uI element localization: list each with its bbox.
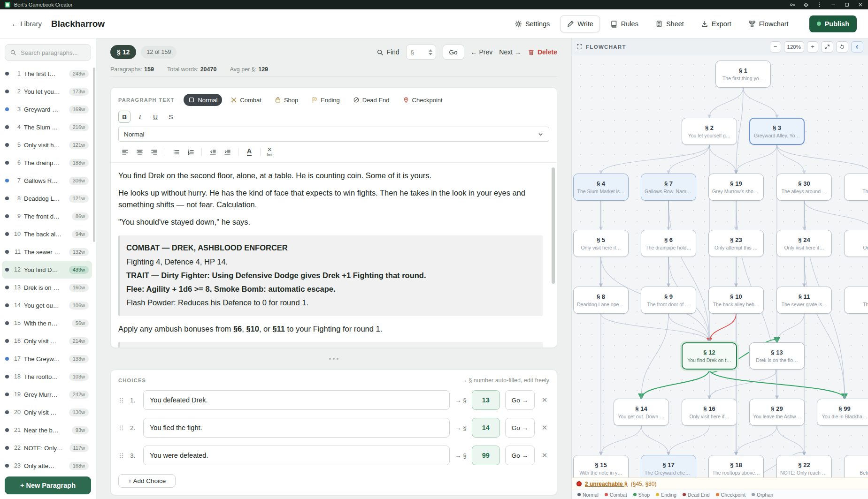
flowchart-node-23[interactable]: § 23Only attempt this … — [708, 230, 764, 257]
paragraph-list-item[interactable]: 17The Greyw…133w — [2, 350, 92, 368]
type-ending[interactable]: Ending — [307, 94, 344, 106]
paragraph-list-item[interactable]: 2You let you…173w — [2, 83, 92, 100]
choice-text-input[interactable] — [143, 446, 450, 465]
paragraph-list-item[interactable]: 23Only atte…168w — [2, 457, 92, 473]
nav-rules[interactable]: Rules — [604, 15, 645, 32]
choice-text-input[interactable] — [143, 418, 450, 438]
choice-remove-button[interactable]: ✕ — [540, 396, 549, 404]
paragraph-list-item[interactable]: 11The sewer …132w — [2, 243, 92, 261]
paragraph-list-item[interactable]: 5Only visit h…121w — [2, 136, 92, 154]
minimize-button[interactable] — [830, 2, 836, 8]
choice-target-input[interactable] — [472, 418, 500, 438]
flowchart-node-29[interactable]: § 29You leave the Ashw… — [749, 399, 805, 426]
paragraph-list-item[interactable]: 4The Slum …216w — [2, 118, 92, 136]
flowchart-node-5[interactable]: § 5Only visit here if… — [573, 230, 629, 257]
italic-button[interactable]: I — [134, 111, 146, 123]
flowchart-node-11[interactable]: § 11The sewer grate is… — [776, 287, 832, 314]
choice-go-button[interactable]: Go → — [505, 390, 535, 410]
nav-settings[interactable]: Settings — [508, 15, 556, 32]
strike-button[interactable]: S — [165, 111, 177, 123]
stepper-arrows[interactable] — [429, 49, 432, 55]
paragraph-list-item[interactable]: 16Only visit …214w — [2, 332, 92, 350]
flowchart-node-10[interactable]: § 10The back alley beh… — [708, 287, 764, 314]
flowchart-node-7[interactable]: § 7Gallows Row. Named… — [641, 174, 696, 201]
align-right-button[interactable] — [147, 146, 161, 158]
flowchart-node-1[interactable]: § 1The first thing yo… — [715, 60, 771, 88]
add-choice-button[interactable]: + Add Choice — [118, 474, 176, 488]
flowchart-node-16[interactable]: § 16Only visit here if… — [682, 399, 737, 426]
drag-handle-icon[interactable] — [118, 452, 125, 459]
flowchart-node-19[interactable]: § 19Grey Murrow's shop… — [708, 174, 764, 201]
reset-view-button[interactable] — [836, 41, 848, 53]
flowchart-node-8[interactable]: § 8Deaddog Lane opens… — [573, 287, 629, 314]
paragraph-list-item[interactable]: 9The front d…86w — [2, 207, 92, 225]
close-button[interactable] — [858, 2, 863, 8]
choice-text-input[interactable] — [143, 390, 450, 410]
collapse-panel-button[interactable] — [851, 41, 863, 53]
choice-target-input[interactable] — [472, 446, 500, 465]
flowchart-canvas[interactable]: § 1The first thing yo…§ 2You let yoursel… — [572, 55, 868, 477]
paragraph-list-item[interactable]: 7Gallows R…306w — [2, 172, 92, 189]
next-button[interactable]: Next → — [499, 48, 521, 56]
flowchart-node-30[interactable]: § 30The alleys around … — [776, 174, 832, 201]
flowchart-node-3[interactable]: § 3Greyward Alley. Yo… — [749, 118, 805, 145]
flowchart-node-p2[interactable]: §Only vis — [844, 230, 868, 257]
paragraph-list-item[interactable]: 15With the n…56w — [2, 314, 92, 332]
paragraph-list-item[interactable]: 20Only visit …130w — [2, 403, 92, 421]
underline-button[interactable]: U — [149, 111, 161, 123]
choice-go-button[interactable]: Go → — [505, 446, 535, 465]
new-paragraph-button[interactable]: + New Paragraph — [5, 476, 91, 494]
flowchart-node-14[interactable]: § 14You get out. Down … — [614, 399, 669, 426]
zoom-in-button[interactable]: + — [807, 41, 818, 53]
maximize-button[interactable] — [844, 2, 850, 8]
bullet-list-button[interactable] — [169, 146, 183, 158]
flowchart-node-15[interactable]: § 15With the note in y… — [573, 455, 629, 477]
type-dead-end[interactable]: Dead End — [348, 94, 394, 106]
flowchart-node-99[interactable]: § 99You die in Blackha… — [817, 399, 868, 426]
bold-button[interactable]: B — [118, 111, 131, 123]
paragraph-list-item[interactable]: 19Grey Murr…242w — [2, 386, 92, 403]
flowchart-node-p1[interactable]: §There ar — [844, 174, 868, 201]
delete-button[interactable]: Delete — [528, 48, 557, 56]
drag-handle-icon[interactable] — [118, 424, 125, 431]
zoom-level[interactable]: 120% — [784, 41, 804, 53]
back-to-library-link[interactable]: ← Library — [11, 20, 42, 28]
flowchart-node-13[interactable]: § 13Drek is on the flo… — [749, 342, 805, 370]
type-normal[interactable]: Normal — [184, 94, 222, 106]
sidebar-scrollbar[interactable] — [93, 68, 95, 242]
type-checkpoint[interactable]: Checkpoint — [398, 94, 447, 106]
editor-scrollbar[interactable] — [552, 167, 555, 284]
paragraph-list-item[interactable]: 8Deaddog L…121w — [2, 189, 92, 207]
paragraph-list-item[interactable]: 18The roofto…103w — [2, 368, 92, 386]
outdent-button[interactable] — [206, 146, 219, 158]
flowchart-node-p3[interactable]: §The bak — [844, 287, 868, 314]
publish-button[interactable]: Publish — [809, 15, 857, 32]
paragraph-list-item[interactable]: 13Drek is on …160w — [2, 279, 92, 296]
search-input[interactable] — [20, 49, 86, 57]
paragraph-list-item[interactable]: 3Greyward …169w — [2, 100, 92, 118]
paragraph-list-item[interactable]: 22NOTE: Only…117w — [2, 439, 92, 457]
find-section-input[interactable] — [410, 48, 424, 56]
ordered-list-button[interactable] — [184, 146, 197, 158]
paragraph-list-item[interactable]: 12You find D…439w — [2, 261, 92, 279]
flowchart-node-2[interactable]: § 2You let yourself g… — [682, 118, 737, 145]
nav-flowchart[interactable]: Flowchart — [742, 15, 795, 32]
nav-write[interactable]: Write — [560, 15, 600, 32]
panel-resize-handle[interactable] — [110, 348, 557, 370]
flowchart-node-22[interactable]: § 22NOTE: Only reach t… — [776, 455, 832, 477]
type-combat[interactable]: Combat — [226, 94, 266, 106]
flowchart-node-4[interactable]: § 4The Slum Market is… — [573, 174, 629, 201]
type-shop[interactable]: Shop — [270, 94, 303, 106]
kebab-menu-icon[interactable] — [817, 2, 822, 8]
unreachable-link[interactable]: 2 unreachable § — [585, 481, 628, 487]
paragraph-list-item[interactable]: 1The first t…243w — [2, 65, 92, 83]
text-color-button[interactable]: A — [243, 146, 256, 158]
nav-export[interactable]: Export — [694, 15, 738, 32]
flowchart-node-24[interactable]: § 24Only visit here if… — [776, 230, 832, 257]
paragraph-list-item[interactable]: 6The drainp…188w — [2, 154, 92, 172]
prev-button[interactable]: ← Prev — [471, 48, 493, 56]
choice-remove-button[interactable]: ✕ — [540, 451, 549, 460]
choice-go-button[interactable]: Go → — [505, 418, 535, 438]
paragraph-list-item[interactable]: 21Near the b…93w — [2, 421, 92, 439]
paragraph-list-item[interactable]: 10The back al…94w — [2, 225, 92, 243]
